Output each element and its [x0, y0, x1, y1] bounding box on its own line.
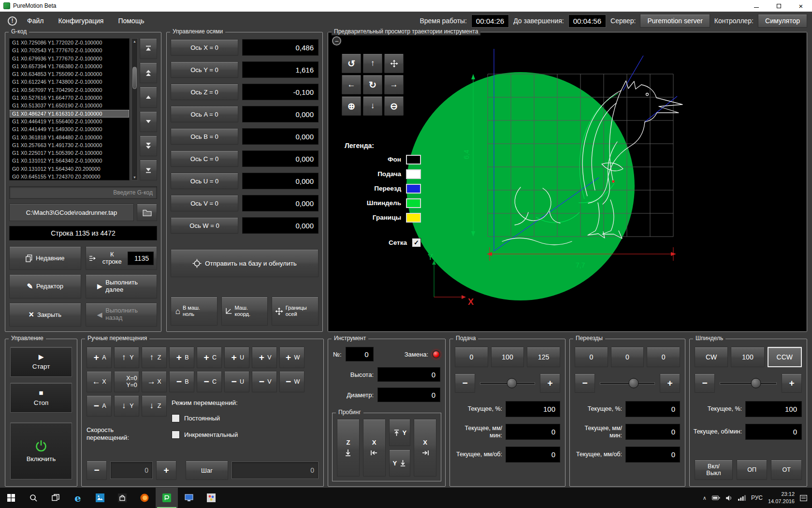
axis-zero-button[interactable]: Ось U = 0 [171, 173, 238, 189]
tool-number-value[interactable]: 0 [346, 347, 374, 361]
menu-item[interactable]: Помощь [111, 13, 151, 29]
tool-diameter-value[interactable]: 0 [377, 388, 440, 402]
gcode-line[interactable]: G1 X0.567097 Y1.704290 Z-0.100000 [10, 86, 129, 94]
gcode-line[interactable]: G1 X0.131012 Y1.564340 Z-0.100000 [10, 157, 129, 164]
feed-preset-button[interactable]: 100 [491, 347, 524, 367]
stop-button[interactable]: Стоп [10, 383, 72, 413]
rapids-preset-button[interactable]: 0 [575, 347, 608, 367]
speaker-icon[interactable] [725, 495, 733, 501]
feed-preset-button[interactable]: 125 [527, 347, 560, 367]
spindle-onoff-button[interactable]: Вкл/Выкл [695, 460, 733, 480]
taskbar-app-firefox[interactable] [133, 488, 156, 508]
spindle-slider[interactable] [720, 382, 777, 385]
gcode-line[interactable]: G1 X0.725086 Y1.772020 Z-0.100000 [10, 39, 129, 46]
gcode-line[interactable]: G1 X0.486247 Y1.616310 Z-0.100000 [10, 110, 129, 118]
jog-button[interactable]: B [169, 371, 194, 392]
gcode-scrollbar[interactable]: ▲ ▼ [131, 38, 138, 180]
menu-item[interactable]: Конфигурация [51, 13, 111, 29]
taskbar-app-photos[interactable] [89, 488, 111, 508]
speed-increase-button[interactable] [156, 461, 176, 480]
recent-files-button[interactable]: Недавние [9, 246, 81, 270]
clock[interactable]: 23:12 14.07.2016 [768, 491, 795, 505]
run-forward-button[interactable]: Выполнить далее [86, 274, 158, 298]
pan-mode-button[interactable] [384, 54, 404, 73]
axis-zero-button[interactable]: Ось W = 0 [171, 217, 238, 234]
close-gcode-button[interactable]: Закрыть [9, 303, 81, 327]
scroll-to-top-button[interactable] [140, 38, 157, 59]
gcode-line[interactable]: G1 X0.225017 Y1.505390 Z-0.100000 [10, 149, 129, 157]
controller-select[interactable]: Симулятор [758, 14, 807, 28]
continuous-checkbox[interactable] [172, 414, 180, 422]
jog-speed-value[interactable]: 0 [110, 462, 153, 479]
goto-line-value[interactable]: 1135 [128, 252, 154, 265]
pan-left-button[interactable] [342, 75, 361, 94]
jog-button[interactable]: A [87, 347, 112, 368]
gcode-input[interactable] [9, 186, 157, 199]
rapids-slider-thumb[interactable] [629, 378, 639, 388]
jog-button[interactable]: C [197, 347, 222, 368]
page-down-button[interactable] [140, 135, 157, 156]
zoom-out-button[interactable]: ⊖ [384, 96, 404, 116]
page-up-button[interactable] [140, 62, 157, 83]
gcode-list[interactable]: G1 X0.725086 Y1.772020 Z-0.100000G1 X0.7… [9, 38, 130, 180]
speed-decrease-button[interactable] [87, 461, 107, 480]
spindle-preset-button[interactable]: CCW [768, 347, 802, 367]
axis-zero-button[interactable]: Ось A = 0 [171, 106, 238, 122]
run-backward-button[interactable]: Выполнить назад [86, 303, 158, 327]
language-indicator[interactable]: РУС [751, 494, 763, 501]
rapids-preset-button[interactable]: 0 [611, 347, 644, 367]
step-value[interactable]: 0 [232, 462, 319, 479]
reset-view-button[interactable]: ↻ [363, 75, 382, 94]
gcode-line[interactable]: G0 X0.131012 Y1.564340 Z0.200000 [10, 165, 129, 173]
jog-button[interactable]: X [87, 371, 112, 392]
gcode-line[interactable]: G0 X0.645155 Y1.724370 Z0.200000 [10, 173, 129, 180]
gcode-line[interactable]: G1 X0.612246 Y1.743800 Z-0.100000 [10, 78, 129, 86]
gcode-line[interactable]: G1 X0.634853 Y1.755090 Z-0.100000 [10, 70, 129, 78]
jog-button[interactable]: U [224, 347, 249, 368]
start-button[interactable] [0, 488, 22, 508]
gcode-scrollbar-thumb[interactable] [132, 67, 137, 89]
gcode-line[interactable]: G1 X0.513037 Y1.650190 Z-0.100000 [10, 102, 129, 109]
jog-button[interactable]: Y [114, 347, 139, 368]
machine-zero-button[interactable]: В маш. ноль [171, 297, 218, 326]
start-button[interactable]: Старт [10, 347, 72, 377]
gcode-line[interactable]: G1 X0.441449 Y1.549300 Z-0.100000 [10, 125, 129, 133]
jog-button[interactable]: B [169, 347, 194, 368]
line-down-button[interactable] [140, 111, 157, 132]
axis-zero-button[interactable]: Ось C = 0 [171, 150, 238, 167]
axis-zero-button[interactable]: Ось Z = 0 [171, 84, 238, 100]
zoom-in-button[interactable]: ⊕ [342, 96, 361, 116]
spindle-op-button[interactable]: ОП [737, 460, 768, 480]
probe-y-plus-button[interactable]: Y [389, 419, 411, 446]
pan-down-button[interactable] [363, 96, 382, 116]
machine-coords-button[interactable]: Маш. коорд. [221, 297, 268, 326]
scrollbar-up-icon[interactable]: ▲ [132, 39, 137, 44]
jog-button[interactable]: V [252, 371, 277, 392]
jog-button[interactable]: V [252, 347, 277, 368]
maximize-button[interactable] [768, 0, 790, 12]
gcode-line[interactable]: G1 X0.446419 Y1.556400 Z-0.100000 [10, 118, 129, 125]
taskbar-app-paint[interactable] [200, 488, 222, 508]
pan-right-button[interactable] [384, 75, 404, 94]
tray-chevron-icon[interactable]: ∧ [703, 495, 707, 501]
axis-zero-button[interactable]: Ось B = 0 [171, 128, 238, 145]
axis-zero-button[interactable]: Ось Y = 0 [171, 61, 238, 78]
about-icon[interactable]: ! [8, 16, 17, 26]
probe-y-minus-button[interactable]: Y [389, 449, 411, 477]
feed-increase-button[interactable] [540, 374, 560, 393]
probe-x-minus-button[interactable]: X [363, 419, 386, 477]
open-file-button[interactable] [137, 204, 157, 221]
step-button[interactable]: Шаг [186, 461, 228, 480]
server-select[interactable]: Puremotion server [640, 14, 710, 28]
jog-button[interactable]: A [87, 395, 112, 417]
rapids-increase-button[interactable] [660, 374, 680, 393]
task-view-button[interactable] [44, 488, 67, 508]
scroll-to-bottom-button[interactable] [140, 160, 157, 180]
gcode-line[interactable]: G1 X0.679936 Y1.777670 Z-0.100000 [10, 55, 129, 62]
rotate-view-button[interactable]: ↺ [342, 54, 361, 73]
feed-slider[interactable] [480, 382, 535, 385]
notification-icon[interactable] [800, 495, 807, 501]
goto-line-button[interactable]: К строке 1135 [86, 246, 158, 270]
jog-button[interactable]: C [197, 371, 222, 392]
jog-button[interactable]: X=0 Y=0 [114, 371, 139, 392]
